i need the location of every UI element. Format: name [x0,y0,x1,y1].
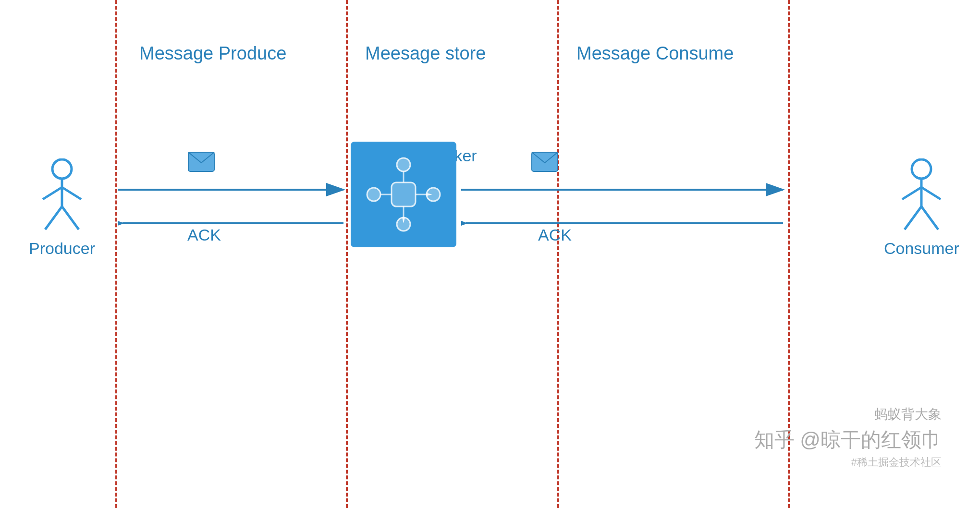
consumer-label: Consumer [884,239,959,258]
producer-label: Producer [29,239,95,258]
dashed-line-2 [346,0,348,508]
svg-line-4 [45,206,62,230]
dashed-line-1 [115,0,117,508]
consume-ack-arrow [461,211,793,235]
broker-container: Rocketmq Broker [351,142,477,165]
diagram-container: Message Produce Meesage store Message Co… [0,0,980,508]
svg-point-13 [397,158,410,171]
section-label-produce: Message Produce [139,43,286,64]
svg-point-6 [912,159,931,179]
watermark-line3: #稀土掘金技术社区 [754,455,942,470]
section-label-consume: Message Consume [576,43,734,64]
section-label-store: Meesage store [365,43,486,64]
svg-rect-12 [392,182,416,206]
send-envelope [187,151,215,174]
producer-figure: Producer [29,158,95,258]
broker-box [351,142,456,247]
svg-line-3 [62,187,81,199]
consume-envelope-icon [531,151,559,172]
consumer-stick-figure [895,158,948,235]
watermark-line1: 蚂蚁背大象 [754,405,942,423]
svg-line-8 [902,187,921,199]
svg-line-5 [62,206,79,230]
produce-ack-label: ACK [187,226,221,244]
produce-ack-arrow [118,211,353,235]
svg-line-11 [921,206,938,230]
consume-ack-label: ACK [538,226,572,244]
consume-envelope [531,151,559,174]
producer-stick-figure [36,158,88,235]
watermark: 蚂蚁背大象 知乎 @晾干的红领巾 #稀土掘金技术社区 [754,405,942,470]
dashed-line-3 [557,0,559,508]
svg-line-9 [921,187,941,199]
consumer-figure: Consumer [884,158,959,258]
send-envelope-icon [187,151,215,172]
svg-line-10 [905,206,921,230]
svg-point-15 [367,188,380,201]
svg-line-2 [43,187,62,199]
svg-point-0 [52,159,72,179]
broker-icon [360,151,447,238]
watermark-line2: 知乎 @晾干的红领巾 [754,426,942,453]
consume-arrow [461,173,793,197]
send-arrow [118,173,353,197]
